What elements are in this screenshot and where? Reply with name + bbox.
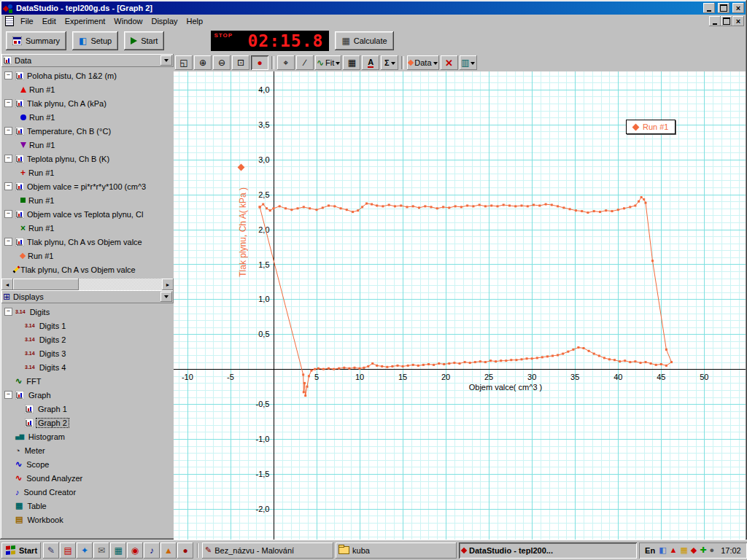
expand-box-icon[interactable]: − bbox=[4, 238, 12, 246]
statistics-dropdown[interactable]: Σ bbox=[381, 55, 398, 70]
start-menu-button[interactable]: Start bbox=[1, 542, 41, 559]
app-shortcut-icon-2[interactable]: ▦ bbox=[110, 542, 126, 559]
expand-box-icon[interactable]: − bbox=[4, 99, 12, 107]
app-shortcut-icon-4[interactable]: ▲ bbox=[160, 542, 177, 559]
data-run-item[interactable]: Run #1 bbox=[1, 82, 174, 96]
expand-box-icon[interactable]: − bbox=[4, 182, 12, 190]
display-item-graph[interactable]: −Graph bbox=[1, 388, 174, 402]
graph-canvas[interactable]: -10-551015202530354045504,03,53,02,52,01… bbox=[174, 71, 746, 540]
tray-icon-5[interactable]: ✚ bbox=[700, 546, 706, 554]
display-item-graph-2[interactable]: Graph 2 bbox=[1, 416, 174, 429]
remove-button[interactable]: ✕ bbox=[441, 55, 458, 70]
y-axis-label[interactable]: Tlak plynu, Ch A( kPa ) bbox=[238, 159, 248, 305]
setup-button[interactable]: ◧ Setup bbox=[72, 31, 118, 50]
graph-settings-dropdown[interactable]: ▥ bbox=[460, 55, 477, 70]
expand-box-icon[interactable]: − bbox=[4, 391, 12, 399]
display-item-digits-1[interactable]: 3.14Digits 1 bbox=[1, 319, 174, 332]
document-shortcut-icon[interactable]: ▤ bbox=[60, 542, 76, 559]
expand-box-icon[interactable]: − bbox=[4, 210, 12, 218]
display-item-sound-analyzer[interactable]: ∿Sound Analyzer bbox=[1, 471, 174, 485]
child-close-button[interactable]: × bbox=[732, 16, 744, 26]
expand-box-icon[interactable]: − bbox=[4, 308, 12, 316]
menu-help[interactable]: Help bbox=[182, 15, 208, 27]
start-button[interactable]: Start bbox=[124, 31, 164, 50]
expand-box-icon[interactable]: − bbox=[4, 71, 12, 79]
minimize-button[interactable] bbox=[703, 3, 715, 13]
expand-box-icon[interactable]: − bbox=[4, 127, 12, 135]
app-shortcut-icon-1[interactable]: ✦ bbox=[77, 542, 93, 559]
graph-legend[interactable]: Run #1 bbox=[626, 120, 676, 134]
display-item-fft[interactable]: ∿FFT bbox=[1, 374, 174, 388]
edit-shortcut-icon[interactable]: ✎ bbox=[43, 542, 59, 559]
scroll-thumb[interactable] bbox=[13, 279, 79, 290]
calculate-button[interactable]: ▦ Calculate bbox=[335, 31, 393, 50]
data-source-item[interactable]: −Tlak plynu, Ch A (kPa) bbox=[1, 96, 174, 110]
x-axis-label[interactable]: Objem valce( cm^3 ) bbox=[436, 383, 575, 392]
tray-icon-6[interactable]: ● bbox=[710, 546, 715, 554]
data-run-item[interactable]: ×Run #1 bbox=[1, 221, 174, 235]
data-source-item[interactable]: Tlak plynu, Ch A vs Objem valce bbox=[1, 262, 174, 276]
scroll-right-button[interactable]: ► bbox=[162, 279, 174, 290]
data-run-item[interactable]: +Run #1 bbox=[1, 166, 174, 179]
data-source-item[interactable]: −Poloha pistu, Ch 1&2 (m) bbox=[1, 69, 174, 82]
alarm-button[interactable]: ● bbox=[251, 55, 268, 70]
zoom-in-button[interactable]: ⊕ bbox=[194, 55, 212, 70]
data-source-item[interactable]: −Tlak plynu, Ch A vs Objem valce bbox=[1, 235, 174, 249]
summary-button[interactable]: Summary bbox=[6, 31, 66, 50]
tray-icon-2[interactable]: ▲ bbox=[670, 546, 678, 554]
menu-file[interactable]: File bbox=[16, 15, 38, 27]
data-run-item[interactable]: Run #1 bbox=[1, 110, 174, 124]
menu-display[interactable]: Display bbox=[147, 15, 182, 27]
slope-tool-button[interactable]: ∕ bbox=[296, 55, 314, 70]
fit-dropdown[interactable]: ∿ Fit bbox=[315, 55, 341, 70]
child-window-icon[interactable] bbox=[5, 16, 14, 26]
maximize-button[interactable] bbox=[718, 3, 729, 13]
child-restore-button[interactable] bbox=[721, 16, 732, 26]
data-source-item[interactable]: −Temperature, Ch B (°C) bbox=[1, 124, 174, 138]
mail-shortcut-icon[interactable]: ✉ bbox=[93, 542, 109, 559]
data-panel-menu-button[interactable] bbox=[160, 55, 172, 66]
menu-window[interactable]: Window bbox=[109, 15, 147, 27]
zoom-select-button[interactable]: ⊡ bbox=[232, 55, 249, 70]
data-source-item[interactable]: −Objem valce = pi*r*r*y*100 (cm^3 bbox=[1, 179, 174, 193]
task-button-2[interactable]: kuba bbox=[336, 542, 457, 559]
app-shortcut-icon-5[interactable]: ● bbox=[177, 542, 193, 559]
child-minimize-button[interactable] bbox=[709, 16, 721, 26]
close-button[interactable]: × bbox=[732, 3, 744, 13]
display-item-graph-1[interactable]: Graph 1 bbox=[1, 402, 174, 416]
expand-box-icon[interactable]: − bbox=[4, 155, 12, 163]
task-button-3[interactable]: DataStudio - tepl200... bbox=[459, 542, 637, 559]
data-run-item[interactable]: Run #1 bbox=[1, 193, 174, 207]
media-shortcut-icon[interactable]: ♪ bbox=[144, 542, 160, 559]
display-item-digits-4[interactable]: 3.14Digits 4 bbox=[1, 360, 174, 374]
data-tree-hscrollbar[interactable]: ◄ ► bbox=[1, 279, 174, 290]
tray-icon-4[interactable]: ◆ bbox=[691, 546, 697, 554]
displays-panel-menu-button[interactable] bbox=[160, 292, 172, 302]
language-indicator[interactable]: En bbox=[645, 546, 655, 555]
display-item-digits-3[interactable]: 3.14Digits 3 bbox=[1, 346, 174, 360]
scale-to-fit-button[interactable]: ◱ bbox=[175, 55, 193, 70]
task-button-1[interactable]: ✎Bez_názvu - Malování bbox=[202, 542, 333, 559]
menu-edit[interactable]: Edit bbox=[38, 15, 61, 27]
zoom-out-button[interactable]: ⊖ bbox=[213, 55, 231, 70]
app-shortcut-icon-3[interactable]: ◉ bbox=[127, 542, 143, 559]
data-dropdown[interactable]: Data bbox=[407, 55, 438, 70]
display-item-sound-creator[interactable]: ♪Sound Creator bbox=[1, 485, 174, 499]
data-run-item[interactable]: Run #1 bbox=[1, 249, 174, 262]
data-run-item[interactable]: Run #1 bbox=[1, 138, 174, 152]
calculator-tool-button[interactable]: ▦ bbox=[343, 55, 360, 70]
display-item-scope[interactable]: ∿Scope bbox=[1, 457, 174, 471]
smart-tool-button[interactable]: ⌖ bbox=[277, 55, 295, 70]
display-item-meter[interactable]: ◔Meter bbox=[1, 443, 174, 457]
display-item-digits[interactable]: −3.14Digits bbox=[1, 305, 174, 319]
display-item-histogram[interactable]: ▄▆Histogram bbox=[1, 429, 174, 443]
tray-icon-1[interactable]: ◧ bbox=[659, 546, 666, 554]
data-source-item[interactable]: −Teplota plynu, Ch B (K) bbox=[1, 152, 174, 166]
text-tool-button[interactable]: A bbox=[362, 55, 379, 70]
graph-plot-area[interactable]: -10-551015202530354045504,03,53,02,52,01… bbox=[174, 71, 746, 540]
data-source-item[interactable]: −Objem valce vs Teplota plynu, Cl bbox=[1, 207, 174, 221]
display-item-table[interactable]: ▦Table bbox=[1, 499, 174, 513]
display-item-digits-2[interactable]: 3.14Digits 2 bbox=[1, 332, 174, 346]
scroll-left-button[interactable]: ◄ bbox=[1, 279, 13, 290]
tray-icon-3[interactable]: ▦ bbox=[680, 546, 687, 554]
